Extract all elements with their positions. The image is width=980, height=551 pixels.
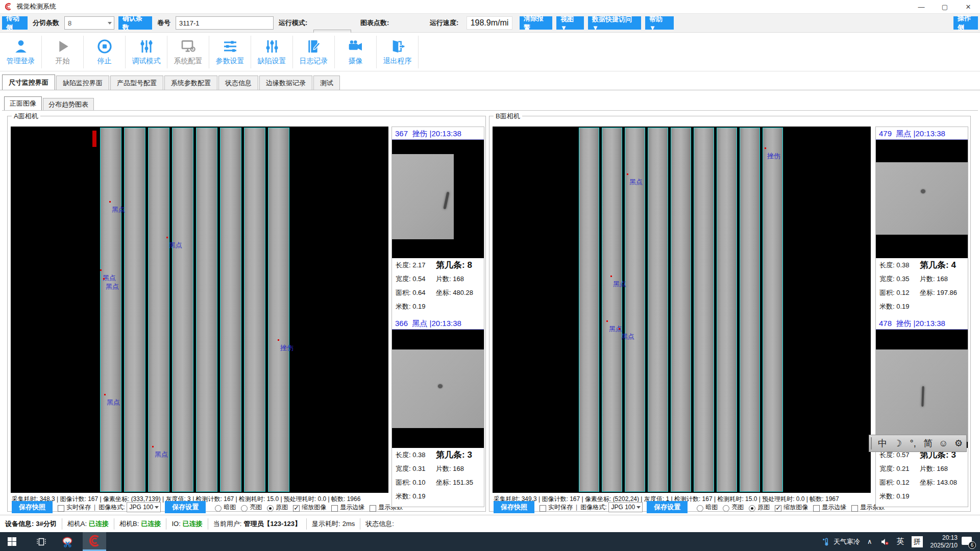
save-snapshot-button[interactable]: 保存快照 (12, 501, 53, 513)
tab-5[interactable]: 边缘数据记录 (259, 76, 312, 90)
dark-image-label: 暗图 (224, 503, 236, 512)
bright-image-radio[interactable] (723, 505, 729, 512)
debug-sliders-icon (138, 38, 155, 55)
film-strip (244, 128, 265, 492)
show-edge-checkbox[interactable] (331, 505, 338, 512)
defect-header: 367 挫伤 |20:13:38 (392, 128, 484, 140)
roll-number-input[interactable]: 3117-1 (176, 16, 274, 30)
defect-pieces: 168 (453, 465, 464, 472)
confirm-count-button[interactable]: 确认条数 (118, 16, 152, 30)
windows-logo-icon (8, 537, 16, 546)
defect-type: 黑点 (896, 129, 911, 138)
view-menu-button[interactable]: 视图 ▼ (556, 16, 584, 30)
defect-entry[interactable]: 479 黑点 |20:13:38长度: 0.38第几条: 4宽度: 0.35片数… (876, 128, 968, 313)
ime-indicator[interactable]: 拼 (912, 536, 923, 547)
toolbar-item-stop[interactable]: 停止 (84, 36, 126, 68)
weather-tray-item[interactable]: 天气寒冷 (822, 537, 860, 547)
sub-tabs: 正面图像分布趋势图表 (2, 97, 978, 111)
start-button[interactable] (0, 532, 23, 551)
slice-count-select[interactable]: 8 (64, 16, 114, 30)
defect-area: 0.64 (412, 289, 425, 296)
realtime-save-checkbox[interactable] (58, 505, 64, 512)
ime-mode-chinese[interactable]: 中 (875, 437, 890, 449)
toolbar-item-debug-sliders[interactable]: 调试模式 (126, 36, 167, 68)
zoom-image-checkbox[interactable] (775, 505, 781, 512)
original-image-radio[interactable] (749, 505, 755, 512)
image-format-select[interactable]: JPG 100 (127, 502, 161, 512)
quick-data-menu-button[interactable]: 数据快捷访问 ▼ (588, 16, 641, 30)
toolbar-item-system-config[interactable]: 系统配置 (167, 36, 209, 68)
toolbar-item-exit-door[interactable]: 退出程序 (377, 36, 419, 68)
save-settings-button[interactable]: 保存设置 (647, 501, 688, 513)
bright-image-radio[interactable] (241, 505, 248, 512)
minimize-button[interactable]: — (910, 0, 933, 14)
tab-3[interactable]: 系统参数配置 (164, 76, 217, 90)
toolbar-item-play[interactable]: 开始 (42, 36, 84, 68)
defect-point (103, 278, 105, 280)
tab-2[interactable]: 产品型号配置 (110, 76, 163, 90)
ime-settings-gear-icon[interactable]: ⚙ (951, 438, 966, 449)
subtab-0[interactable]: 正面图像 (4, 96, 42, 110)
dark-image-radio[interactable] (215, 505, 222, 512)
defect-entry[interactable]: 478 挫伤 |20:13:38长度: 0.57第几条: 3宽度: 0.21片数… (876, 318, 968, 503)
show-count-checkbox[interactable] (851, 505, 858, 512)
defect-thumbnail[interactable] (392, 330, 484, 448)
snipping-tool-button[interactable] (56, 532, 80, 551)
ime-fullwidth-moon-icon[interactable]: ☽ (890, 438, 905, 449)
defect-thumbnail[interactable] (876, 140, 968, 258)
io-status: IO:已连接 (166, 518, 208, 530)
film-strip (172, 128, 193, 492)
windows-taskbar: 天气寒冷 ∧ 英 拼 20:13 2025/2/10 6 (0, 532, 980, 551)
defect-thumbnail[interactable] (392, 140, 484, 258)
image-controls: 保存快照实时保存|图像格式:JPG 100保存设置暗图亮图原图缩放图像显示边缘显… (494, 502, 885, 512)
tab-1[interactable]: 缺陷监控界面 (56, 76, 109, 90)
clear-alarm-button[interactable]: 清除报警 (520, 16, 552, 30)
image-format-select[interactable]: JPG 100 (608, 502, 643, 512)
task-view-button[interactable] (30, 532, 53, 551)
original-image-radio[interactable] (267, 505, 274, 512)
show-edge-checkbox[interactable] (813, 505, 820, 512)
taskbar-app-vision-system[interactable] (83, 532, 106, 551)
volume-muted-icon[interactable] (879, 537, 890, 546)
help-menu-button[interactable]: 帮助 ▼ (645, 16, 674, 30)
image-controls: 保存快照实时保存|图像格式:JPG 100保存设置暗图亮图原图缩放图像显示边缘显… (12, 502, 403, 512)
params-sliders-icon (222, 38, 239, 55)
ime-language-bar[interactable]: 中 ☽ °, 简 ☺ ⚙ (869, 435, 967, 452)
defect-thumbnail[interactable] (876, 330, 968, 448)
defect-width: 0.35 (896, 275, 909, 283)
ime-simplified-charset[interactable]: 简 (920, 437, 936, 449)
toolbar-item-camera[interactable]: 摄像 (335, 36, 377, 68)
language-indicator[interactable]: 英 (897, 537, 904, 546)
defect-entry[interactable]: 367 挫伤 |20:13:38长度: 2.17第几条: 8宽度: 0.54片数… (392, 128, 484, 313)
drive-side-button[interactable]: 传动侧 (2, 16, 28, 30)
toolbar-item-params-sliders[interactable]: 参数设置 (209, 36, 251, 68)
close-button[interactable]: ✕ (957, 0, 980, 14)
operate-side-button[interactable]: 操作侧 (953, 16, 978, 30)
dark-image-radio[interactable] (697, 505, 703, 512)
defect-entry[interactable]: 366 黑点 |20:13:38长度: 0.38第几条: 3宽度: 0.31片数… (392, 318, 484, 503)
defect-meter: 0.19 (412, 303, 425, 310)
camera-b-status: 相机B:已连接 (114, 518, 166, 530)
subtab-1[interactable]: 分布趋势图表 (43, 98, 94, 110)
ime-emoticon-icon[interactable]: ☺ (936, 438, 951, 449)
ime-punctuation-icon[interactable]: °, (905, 438, 921, 449)
toolbar-item-log-book[interactable]: 日志记录 (293, 36, 335, 68)
tab-0[interactable]: 尺寸监控界面 (2, 74, 55, 90)
tab-6[interactable]: 测试 (313, 76, 340, 90)
defect-header: 479 黑点 |20:13:38 (876, 128, 968, 140)
save-settings-button[interactable]: 保存设置 (165, 501, 206, 513)
action-center-button[interactable]: 6 (962, 536, 975, 548)
show-count-checkbox[interactable] (370, 505, 376, 512)
realtime-save-checkbox[interactable] (540, 505, 546, 512)
maximize-button[interactable]: ▢ (933, 0, 957, 14)
tab-4[interactable]: 状态信息 (218, 76, 258, 90)
zoom-image-checkbox[interactable] (293, 505, 300, 512)
toolbar-item-user[interactable]: 管理登录 (0, 36, 42, 68)
tray-chevron-up-icon[interactable]: ∧ (867, 538, 872, 545)
defect-id: 479 (879, 129, 892, 138)
ime-grip-handle[interactable] (871, 437, 873, 449)
toolbar-item-defect-sliders[interactable]: 缺陷设置 (251, 36, 293, 68)
save-snapshot-button[interactable]: 保存快照 (494, 501, 534, 513)
defect-point (152, 446, 154, 447)
clock[interactable]: 20:13 2025/2/10 (930, 534, 958, 549)
